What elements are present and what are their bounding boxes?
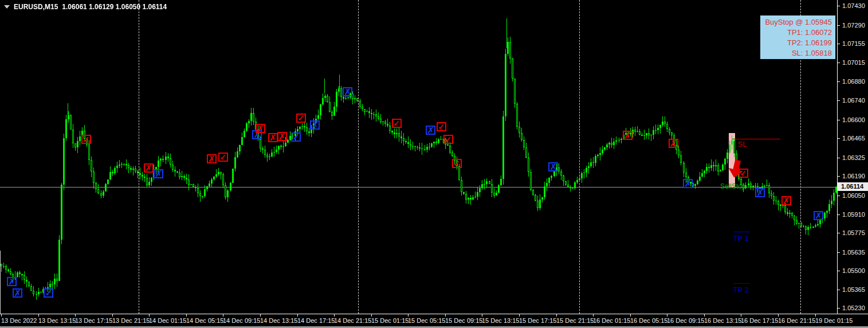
red-signal-marker[interactable]: ✓ [392,119,402,128]
sell-arrow-icon[interactable] [727,157,747,180]
red-signal-marker[interactable]: ✗ [268,133,278,142]
time-tick-mark [223,314,223,317]
time-tick-label: 13 Dec 13:15 [38,317,76,324]
price-tick-mark [838,63,840,63]
red-signal-marker[interactable]: ✓ [452,159,462,168]
time-tick-mark [704,314,705,317]
price-tick-label: 1.05365 [842,286,865,293]
time-tick-label: 16 Dec 05:15 [630,317,667,324]
price-tick-label: 1.06465 [842,135,865,142]
price-tick-label: 1.05635 [842,249,865,256]
symbol-period-label: EURUSD,M15 [14,3,58,11]
red-signal-marker[interactable]: ✓ [443,135,453,144]
price-tick-label: 1.05230 [842,304,865,311]
blue-signal-marker[interactable]: ✓ [44,288,53,298]
time-axis[interactable]: 13 Dec 202213 Dec 13:1513 Dec 17:1513 De… [0,314,868,327]
price-tick-label: 1.07430 [842,2,865,9]
red-signal-marker[interactable]: ✗ [781,196,791,205]
price-axis[interactable]: 1.074301.072901.071551.070151.068801.067… [837,0,868,314]
tp2-order-line[interactable] [733,283,749,284]
time-tick-mark [815,314,816,317]
time-tick-label: 14 Dec 05:15 [186,317,223,324]
sl-order-label[interactable]: SL [738,140,747,149]
blue-signal-marker[interactable]: ✗ [343,87,352,96]
red-signal-marker[interactable]: ✓ [81,135,91,144]
time-tick-label: 16 Dec 09:15 [667,317,704,324]
signal-panel-line: TP1: 1.06072 [760,28,832,38]
blue-signal-marker[interactable]: ✓ [291,132,301,142]
sl-order-line[interactable] [732,139,780,139]
price-chart-canvas[interactable] [0,0,837,314]
time-tick-label: 14 Dec 13:15 [260,317,297,324]
time-tick-mark [260,314,261,317]
price-tick-mark [838,308,840,309]
red-signal-marker[interactable]: ✗ [207,154,217,163]
price-tick-mark [838,214,840,215]
time-tick-label: 14 Dec 17:15 [297,317,335,324]
time-tick-mark [556,314,557,317]
red-signal-marker[interactable]: ✓ [296,114,306,123]
blue-signal-marker[interactable]: ✗ [755,188,765,197]
price-tick-label: 1.06190 [842,173,865,179]
time-tick-mark [186,314,187,317]
price-tick-label: 1.05500 [842,267,865,274]
time-tick-label: 14 Dec 01:15 [149,317,186,324]
chevron-down-icon [4,5,10,9]
mt4-chart-window: SellStop SL TP 1 TP 2 ✗✗✓✓✗✗✗✓✗✗✗✗✓✓✗✗✓✗… [0,0,868,328]
blue-signal-marker[interactable]: ✗ [13,288,22,298]
time-tick-label: 15 Dec 17:15 [519,317,556,324]
time-tick-label: 15 Dec 09:15 [445,317,482,324]
price-tick-mark [838,252,840,253]
time-tick-mark [593,314,594,317]
time-tick-label: 16 Dec 13:15 [704,317,741,324]
time-tick-label: 15 Dec 01:15 [371,317,409,324]
red-signal-marker[interactable]: ✗ [669,139,678,148]
blue-signal-marker[interactable]: ✗ [548,162,558,171]
red-signal-marker[interactable]: ✓ [218,153,228,162]
red-signal-marker[interactable]: ✗ [256,124,265,133]
time-tick-mark [482,314,482,317]
price-tick-mark [838,81,840,82]
chart-pane[interactable]: SellStop SL TP 1 TP 2 ✗✗✓✓✗✗✗✓✗✗✗✗✓✓✗✗✓✗… [0,0,837,314]
red-signal-marker[interactable]: ✓ [437,122,446,131]
price-tick-mark [838,6,840,6]
time-tick-label: 16 Dec 17:15 [741,317,778,324]
price-tick-label: 1.05775 [842,229,865,236]
price-tick-mark [838,290,840,290]
price-tick-label: 1.06050 [842,192,865,199]
signal-panel-line: TP2: 1.06199 [760,38,832,48]
time-tick-mark [149,314,150,317]
blue-signal-marker[interactable]: ✗ [814,211,823,220]
price-tick-mark [838,158,840,158]
red-signal-marker[interactable]: ✗ [144,163,154,173]
price-tick-label: 1.05910 [842,211,865,218]
price-tick-label: 1.06880 [842,78,865,85]
blue-signal-marker[interactable]: ✗ [310,120,320,130]
time-tick-mark [408,314,409,317]
price-tick-mark [838,25,840,26]
tp1-order-label[interactable]: TP 1 [733,234,748,243]
red-signal-marker[interactable]: ✗ [623,131,633,140]
blue-signal-marker[interactable]: ✗ [7,277,17,286]
time-tick-mark [445,314,446,317]
ohlc-values: 1.06061 1.06129 1.06050 1.06114 [62,3,167,11]
price-tick-mark [838,176,840,177]
time-tick-label: 13 Dec 17:15 [75,317,112,324]
blue-signal-marker[interactable]: ✗ [426,126,435,135]
blue-signal-marker[interactable]: ✗ [154,169,163,178]
blue-signal-marker[interactable]: ✗ [683,179,693,188]
time-tick-label: 16 Dec 01:15 [593,317,630,324]
price-tick-mark [838,120,840,120]
tp2-order-label[interactable]: TP 2 [733,286,748,294]
price-tick-label: 1.06325 [842,154,865,161]
price-tick-mark [838,271,840,271]
tp1-order-line[interactable] [733,232,749,232]
time-tick-label: 13 Dec 2022 [1,317,37,324]
time-tick-mark [778,314,779,317]
time-tick-label: 14 Dec 09:15 [223,317,260,324]
time-tick-mark [630,314,631,317]
price-tick-mark [838,44,840,44]
red-signal-marker[interactable]: ✗ [277,132,287,141]
signal-panel-line: SL: 1.05818 [760,48,832,58]
time-tick-label: 15 Dec 05:15 [408,317,445,324]
